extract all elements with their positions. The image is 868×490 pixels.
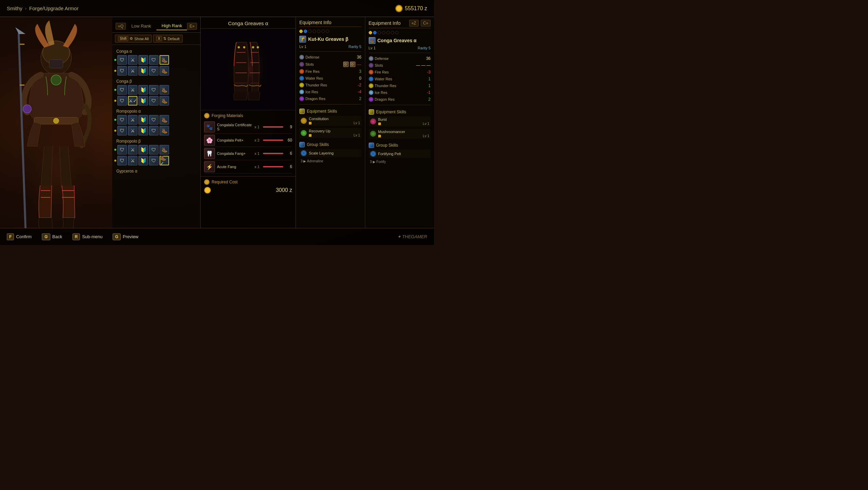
defense-value: 36 [357,55,361,60]
materials-icon [204,113,210,118]
row-dot [114,100,116,102]
dots-row-left [299,30,362,33]
dot-empty [391,31,394,34]
dot-blue [373,31,377,34]
svg-marker-14 [371,152,375,156]
material-count: 6 [285,151,292,156]
ice-icon [299,89,304,94]
material-progress [263,140,283,141]
armor-row[interactable]: 🛡 ⚔ 🔰 🛡 🥾✓ [112,155,200,166]
material-qty: x 1 [254,165,260,169]
armor-icon: 🔰 [138,85,148,95]
armor-list[interactable]: Conga α 🛡 ⚔ 🔰 🛡 🥾 🛡 ⚔ 🔰 🛡 🥾 Conga β [112,45,200,225]
armor-icon: 🥾 [160,126,169,135]
currency-display: 555170 z [395,5,427,12]
armor-icon: 🥾 [160,66,169,76]
fire-label: Fire Res [375,70,427,74]
high-rank-nav-btn[interactable]: E» [187,23,197,30]
group-label-rompopolo-alpha: Rompopolo α [112,108,200,114]
material-name: Congalala Fang+ [217,151,252,156]
dragon-label: Dragon Res [375,97,429,101]
armor-icon: ⚔✓ [128,96,137,105]
breadcrumb-separator: › [25,6,27,11]
back-action[interactable]: ① Back [42,233,62,240]
sort-icon: ⇅ [163,36,166,41]
info-panel-new: Equipment Info «Z C» 🥾 Conga Greaves α [365,17,434,228]
skill-bar: Lv 1 [309,133,360,137]
dot-empty [386,31,390,34]
skills-icon [369,109,374,115]
cost-title: Required Cost [212,180,238,184]
armor-row[interactable]: 🛡 ⚔ 🔰 🛡 🥾 [112,114,200,125]
thunder-label: Thunder Res [305,83,358,87]
ice-icon [369,90,373,95]
tab-high-rank[interactable]: High Rank [156,22,187,30]
low-rank-nav-btn[interactable]: «Q [116,23,126,30]
tab-low-rank[interactable]: Low Rank [126,22,156,30]
svg-point-10 [243,46,245,48]
skills-header-left: Equipment Skills [299,109,362,114]
skill-level: Lv 1 [423,122,429,126]
preview-action[interactable]: G Preview [113,233,138,240]
default-filter[interactable]: X ⇅ Default [153,35,183,43]
burst-gem [370,118,376,125]
filter-icon: ⚙ [130,36,133,41]
info-panel-current: Equipment Info 🦵 Kut-Ku Greaves β Lv 1 R… [296,17,365,228]
armor-row[interactable]: 🛡 ⚔✓ 🔰 🛡 🥾 [112,95,200,106]
divider [369,53,431,53]
show-all-label: Show All [134,37,149,41]
armor-icon: 🛡 [149,85,158,95]
material-name: Acute Fang [217,165,252,169]
stat-slots-right: Slots — — — [369,63,431,68]
armor-icon: ⚔ [128,66,137,76]
recovery-gem [301,130,307,136]
submenu-action[interactable]: R Sub-menu [72,233,103,240]
dot-empty [313,30,316,33]
armor-row[interactable]: 🛡 ⚔ 🔰 🛡 🥾 [112,125,200,136]
armor-icon: 🥾 [160,96,169,105]
armor-icon: 🔰 [138,55,148,65]
fire-label: Fire Res [305,69,359,74]
nav-right-right-panel[interactable]: C» [421,20,431,27]
svg-point-5 [23,105,31,113]
slots-value: — — — [416,63,431,68]
confirm-action[interactable]: F Confirm [7,233,32,240]
armor-row[interactable]: 🛡 ⚔ 🔰 🛡 🥾 [112,84,200,95]
armor-icon: 🥾 [160,145,169,154]
skill-name: Recovery Up [309,129,360,133]
currency-value: 555170 z [405,5,427,12]
group-skills-header-right: Group Skills [369,143,431,148]
show-all-filter[interactable]: Shift ⚙ Show All [115,35,152,43]
rarity-right: Rarity 5 [418,46,431,50]
dots-row-right [369,31,431,34]
ice-value: -1 [427,90,431,95]
cost-icon [204,179,210,185]
defense-label: Defense [375,56,426,61]
breadcrumb-forge: Forge/Upgrade Armor [29,5,79,11]
armor-row[interactable]: 🛡 ⚔ 🔰 🛡 🥾 [112,65,200,76]
default-key: X [156,36,162,41]
skill-burst: Burst Lv 1 [369,116,431,127]
armor-icon-selected[interactable]: 🥾 [160,55,169,65]
row-dot [114,59,116,61]
material-count: 9 [285,125,292,129]
dragon-value: 2 [359,96,362,101]
material-progress [263,166,283,167]
group-label-gypceros-alpha: Gypceros α [112,167,200,174]
armor-row[interactable]: 🛡 ⚔ 🔰 🛡 🥾 [112,144,200,155]
level-rarity-right: Lv 1 Rarity 5 [369,46,431,50]
nav-left-right-panel[interactable]: «Z [409,20,419,27]
unlock-text-right: 3 ▶ Fortify [370,160,386,164]
row-dot [114,119,116,121]
armor-row[interactable]: 🛡 ⚔ 🔰 🛡 🥾 [112,54,200,65]
skill-name: Burst [378,117,430,121]
thunder-label: Thunder Res [375,84,429,88]
level-right: Lv 1 [369,46,376,50]
cost-row: 3000 z [204,187,292,194]
stat-water-left: Water Res 0 [299,76,362,81]
armor-icon: 🥾✓ [160,156,169,165]
mushroomancer-gem [370,131,376,137]
defense-value: 36 [426,56,431,61]
material-progress [263,153,283,154]
dot-empty [395,31,399,34]
